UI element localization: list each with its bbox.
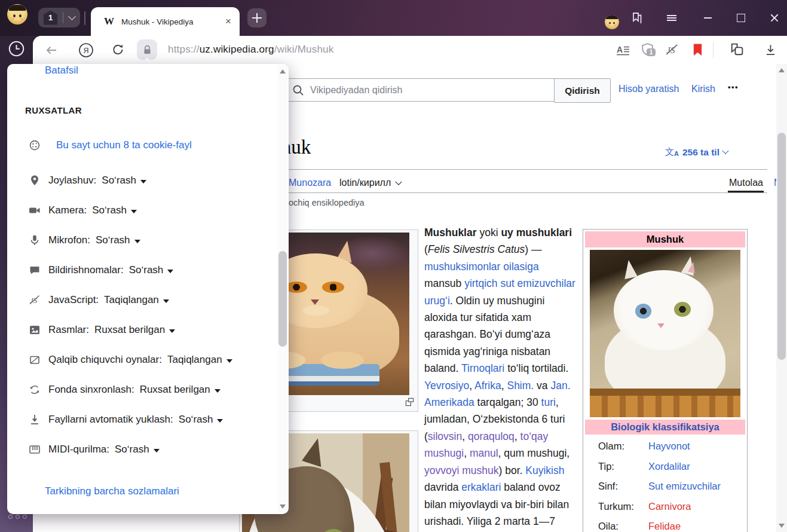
variant-dropdown[interactable]: lotin/кирилл [339,178,401,188]
javascript-blocked-icon[interactable]: JS [665,43,679,59]
infobox-rows: Olam:HayvonotTip:XordalilarSinf:Sut emiz… [585,436,745,532]
address-bar[interactable]: https://uz.wikipedia.org/wiki/Mushuk [168,44,333,56]
browser-tab[interactable]: W Mushuk - Vikipediya × [91,7,240,36]
tab-talk[interactable]: Munozara [289,178,331,188]
tab-read[interactable]: Mutolaa [729,178,763,188]
bookmark-added-icon[interactable] [692,43,703,59]
wiki-search-box[interactable] [286,78,555,102]
article-link[interactable]: Shim. [507,380,534,392]
infobox-value-link[interactable]: Felidae [648,521,745,532]
collections-icon[interactable] [728,42,745,60]
yandex-services-icon[interactable]: Я [78,42,94,60]
tab-group-chip[interactable]: 1 [38,8,80,27]
back-icon[interactable] [44,43,59,60]
article-link[interactable]: yovvoyi mushuk [424,464,499,476]
permission-value-dropdown[interactable]: Soʻrash [129,264,174,276]
refresh-icon[interactable] [111,43,125,59]
details-link[interactable]: Batafsil [45,65,78,77]
location-pin-icon [29,175,41,186]
article-text: , [501,380,507,392]
permission-item: Joylashuv:Soʻrash [29,173,146,188]
menu-hamburger-icon[interactable] [664,11,679,25]
article-text: uy mushuklari [501,227,572,239]
permission-item: Fonda sinxronlash:Ruxsat berilgan [29,383,221,397]
permission-value-dropdown[interactable]: Soʻrash [102,175,146,186]
window-minimize-button[interactable] [700,11,715,25]
permission-value-dropdown[interactable]: Taqiqlangan [104,294,169,306]
permission-value-dropdown[interactable]: Soʻrash [92,204,137,216]
search-input[interactable] [309,84,555,96]
permissions-heading: RUXSATLAR [25,105,82,115]
window-maximize-button[interactable] [734,11,748,25]
new-tab-button[interactable] [247,8,267,27]
article-text: , [464,447,470,459]
chevron-down-icon[interactable] [68,13,76,20]
dropdown-caret-icon [215,389,221,393]
article-link[interactable]: manul [470,447,498,459]
enlarge-thumbnail-icon[interactable] [405,398,414,409]
more-menu-dots[interactable]: ••• [728,82,739,91]
protect-shield-icon[interactable]: 1 [639,42,656,60]
article-link[interactable]: mushuksimonlar oilasiga [424,261,539,273]
article-link[interactable]: Kuyikish [525,464,564,476]
permission-label: Fayllarni avtomatik yuklash: [48,414,173,426]
article-link[interactable]: erkaklari [461,481,501,493]
dropdown-caret-icon [163,299,169,303]
infobox-value-link[interactable]: Xordalilar [648,461,745,472]
login-link[interactable]: Kirish [691,84,715,94]
article-link[interactable]: Tirnoqlari [461,362,504,374]
window-close-button[interactable] [767,11,782,25]
article-link[interactable]: qoraquloq [468,430,515,442]
lock-icon [142,44,153,56]
permission-label: Kamera: [48,204,87,216]
microphone-icon [29,234,41,246]
svg-text:Я: Я [83,47,88,55]
bookmarks-panel-icon[interactable] [630,11,644,25]
reader-mode-icon[interactable]: A [616,43,630,60]
create-account-link[interactable]: Hisob yaratish [618,84,679,94]
languages-button[interactable]: 文A 256 ta til [665,146,728,158]
permission-item: Mikrofon:Soʻrash [29,233,140,247]
titlebar-profile-avatar[interactable] [598,11,612,25]
permission-label: Joylashuv: [48,175,96,186]
sidebar-more-dots-icon[interactable] [8,515,27,519]
permission-label: Fonda sinxronlash: [48,384,134,396]
article-link[interactable]: turi [541,396,556,408]
page-scrollbar-thumb[interactable] [777,133,786,360]
permission-label: MIDI-qurilma: [48,444,109,455]
permission-value-dropdown[interactable]: Ruxsat berilgan [140,384,221,396]
infobox-value-link[interactable]: Hayvonot [648,441,745,452]
panel-scrollbar-thumb[interactable] [278,251,287,347]
close-tab-icon[interactable]: × [225,16,231,27]
content-settings-link[interactable]: Tarkibning barcha sozlamalari [45,485,179,497]
cookies-row[interactable]: Bu sayt uchun 8 ta cookie-fayl [29,139,192,151]
chevron-down-icon [722,147,728,154]
permission-value-dropdown[interactable]: Soʻrash [96,234,140,246]
permission-value-dropdown[interactable]: Soʻrash [179,414,223,426]
permission-value-dropdown[interactable]: Soʻrash [115,444,160,455]
cookies-link[interactable]: Bu sayt uchun 8 ta cookie-fayl [56,139,192,151]
permission-value-dropdown[interactable]: Ruxsat berilgan [94,324,175,336]
permission-label: Rasmlar: [48,324,89,336]
infobox-value-link[interactable]: Carnivora [648,501,745,512]
infobox-row: Olam:Hayvonot [585,436,745,457]
article-link[interactable]: silovsin [428,430,462,442]
permission-value-dropdown[interactable]: Taqiqlangan [167,354,232,366]
page-scrollbar[interactable] [776,64,787,532]
profile-avatar[interactable] [7,4,27,25]
panel-scrollbar[interactable] [278,66,287,512]
auto-download-icon [29,414,41,426]
infobox-label: Tip: [585,461,648,472]
article-link[interactable]: Yevrosiyo [424,380,469,392]
history-clock-icon[interactable] [8,40,25,60]
article-link[interactable]: Afrika [474,380,501,392]
infobox-value-link[interactable]: Sut emizuvchilar [648,481,745,492]
site-subtitle: ochiq ensiklopediya [289,198,365,207]
search-submit-button[interactable]: Qidirish [554,78,611,103]
article-text: , [462,430,468,442]
article-text: toʻliq tortiladi. [504,362,568,374]
downloads-icon[interactable] [764,43,777,59]
permission-item: Rasmlar:Ruxsat berilgan [29,323,175,337]
background-sync-icon [29,384,41,396]
infobox-image-white-kitten[interactable] [590,250,740,417]
